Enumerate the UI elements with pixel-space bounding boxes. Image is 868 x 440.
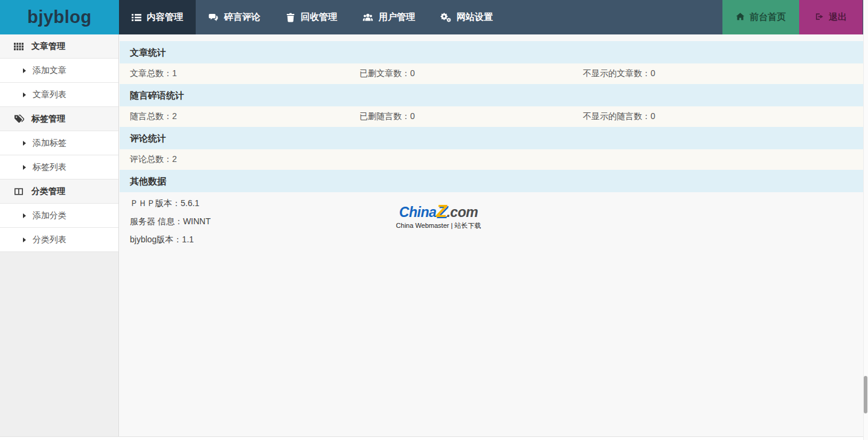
caret-right-icon <box>23 92 26 97</box>
logo-text: bjyblog <box>27 7 92 27</box>
logout-label: 退出 <box>829 11 847 23</box>
section-title-article-stats: 文章统计 <box>120 41 863 63</box>
sidebar-item-label: 分类管理 <box>31 186 65 197</box>
sidebar-item-article-manage[interactable]: 文章管理 <box>0 34 118 59</box>
nav-item-label: 回收管理 <box>301 11 337 23</box>
other-data-body: ＰＨＰ版本：5.6.1 服务器 信息：WINNT bjyblog版本：1.1 C… <box>120 192 863 256</box>
sidebar-item-label: 标签列表 <box>33 162 66 173</box>
server-info-line: 服务器 信息：WINNT <box>120 212 863 230</box>
nav-item-recycle[interactable]: 回收管理 <box>273 0 350 34</box>
nav-item-label: 用户管理 <box>379 11 415 23</box>
admin-dashboard: bjyblog 内容管理 碎言评论 回收管理 <box>0 0 868 440</box>
nav-item-users[interactable]: 用户管理 <box>350 0 428 34</box>
front-page-label: 前台首页 <box>750 11 786 23</box>
section-title-whisper-stats: 随言碎语统计 <box>120 84 863 106</box>
stat-text: 已删随言数：0 <box>359 111 583 122</box>
nav-item-site-settings[interactable]: 网站设置 <box>428 0 506 34</box>
caret-right-icon <box>23 213 26 218</box>
section-title-other-data: 其他数据 <box>120 170 863 192</box>
comments-icon <box>208 13 219 22</box>
sidebar-item-category-manage[interactable]: 分类管理 <box>0 180 118 204</box>
window-bottom-edge <box>0 436 868 440</box>
chinaz-watermark[interactable]: ChinaZ.com China Webmaster | 站长下载 <box>387 203 490 230</box>
caret-right-icon <box>23 141 26 146</box>
sidebar: 文章管理 添加文章 文章列表 标签管理 添加标签 标签列表 <box>0 34 119 436</box>
nav-item-label: 网站设置 <box>457 11 493 23</box>
gears-icon <box>440 13 451 22</box>
nav-item-content-manage[interactable]: 内容管理 <box>119 0 196 34</box>
caret-right-icon <box>23 238 26 242</box>
chinaz-logo-china: China <box>399 204 436 220</box>
stats-panel: 文章统计 文章总数：1 已删文章数：0 不显示的文章数：0 随言碎语统计 随言总… <box>120 34 863 256</box>
sidebar-item-label: 文章列表 <box>33 89 66 100</box>
sidebar-item-tag-manage[interactable]: 标签管理 <box>0 107 118 131</box>
grid-icon <box>14 42 24 51</box>
stats-row: 随言总数：2 已删随言数：0 不显示的随言数：0 <box>120 106 863 127</box>
stat-text: 文章总数：1 <box>130 68 359 79</box>
sidebar-item-label: 添加标签 <box>33 138 66 149</box>
stat-text: 不显示的随言数：0 <box>583 111 655 122</box>
sidebar-item-label: 添加文章 <box>33 65 66 76</box>
stat-text: 已删文章数：0 <box>359 68 583 79</box>
sidebar-item-label: 标签管理 <box>31 114 65 125</box>
logout-button[interactable]: 退出 <box>799 0 863 34</box>
stat-text: 不显示的文章数：0 <box>583 68 655 79</box>
sidebar-item-add-category[interactable]: 添加分类 <box>0 204 118 228</box>
sidebar-item-label: 分类列表 <box>33 235 66 245</box>
stats-row: 评论总数：2 <box>120 149 863 170</box>
main-nav: 内容管理 碎言评论 回收管理 用户管理 <box>119 0 868 34</box>
tags-icon <box>14 114 24 124</box>
stat-text: 随言总数：2 <box>130 111 359 122</box>
top-bar: bjyblog 内容管理 碎言评论 回收管理 <box>0 0 868 34</box>
scrollbar-track[interactable] <box>863 0 868 440</box>
nav-spacer <box>506 0 722 34</box>
home-icon <box>736 12 745 23</box>
front-page-button[interactable]: 前台首页 <box>722 0 799 34</box>
nav-item-label: 碎言评论 <box>224 11 260 23</box>
list-icon <box>132 13 141 22</box>
sign-out-icon <box>815 12 824 23</box>
main-content: 文章统计 文章总数：1 已删文章数：0 不显示的文章数：0 随言碎语统计 随言总… <box>120 34 863 436</box>
stat-text: 评论总数：2 <box>130 154 359 165</box>
stats-row: 文章总数：1 已删文章数：0 不显示的文章数：0 <box>120 63 863 84</box>
logo[interactable]: bjyblog <box>0 0 119 34</box>
sidebar-item-tag-list[interactable]: 标签列表 <box>0 155 118 180</box>
chinaz-logo-com: .com <box>446 204 478 220</box>
chinaz-logo: ChinaZ.com <box>387 203 490 220</box>
blog-version-line: bjyblog版本：1.1 <box>120 230 863 248</box>
sidebar-item-article-list[interactable]: 文章列表 <box>0 83 118 107</box>
section-title-comment-stats: 评论统计 <box>120 127 863 149</box>
nav-item-comments[interactable]: 碎言评论 <box>196 0 273 34</box>
sidebar-item-add-tag[interactable]: 添加标签 <box>0 131 118 155</box>
nav-item-label: 内容管理 <box>147 11 183 23</box>
sidebar-item-label: 文章管理 <box>31 41 65 52</box>
sidebar-item-category-list[interactable]: 分类列表 <box>0 228 118 252</box>
users-icon <box>362 13 373 22</box>
chinaz-logo-z: Z <box>436 201 446 221</box>
trash-icon <box>286 13 295 22</box>
sidebar-item-label: 添加分类 <box>33 210 66 221</box>
columns-icon <box>14 187 24 196</box>
sidebar-item-add-article[interactable]: 添加文章 <box>0 59 118 83</box>
caret-right-icon <box>23 68 26 73</box>
chinaz-tagline: China Webmaster | 站长下载 <box>387 221 490 230</box>
scrollbar-thumb[interactable] <box>864 376 867 413</box>
php-version-line: ＰＨＰ版本：5.6.1 <box>120 194 863 212</box>
caret-right-icon <box>23 165 26 170</box>
